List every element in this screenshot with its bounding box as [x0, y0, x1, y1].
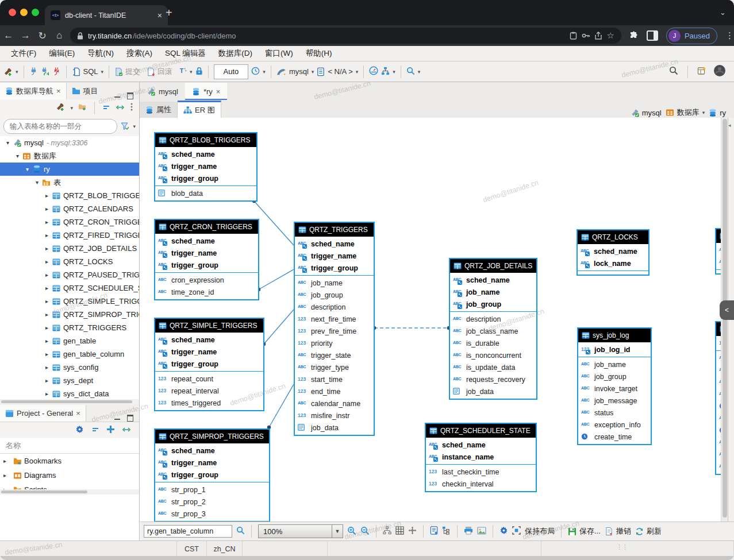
entity-column-end-time[interactable]: 123end_time — [295, 385, 374, 397]
new-connection-dropdown-icon[interactable]: ▾ — [16, 69, 18, 75]
expand-icon[interactable]: ▸ — [43, 391, 51, 397]
diagram-search-icon[interactable] — [236, 526, 245, 536]
side-panel-icon[interactable] — [647, 30, 658, 41]
breadcrumb-item-mysql[interactable]: mysql — [631, 109, 662, 117]
palette-arrow-icon[interactable]: ◂ — [728, 122, 731, 128]
filter-dropdown-icon[interactable]: ▾ — [133, 123, 136, 129]
entity-column-sched-name[interactable]: ABCsched_name — [578, 245, 648, 257]
lock-toolbar-button[interactable] — [195, 67, 203, 77]
entity-column-is-nonconcurrent[interactable]: ABCis_nonconcurrent — [450, 349, 536, 361]
network-dropdown-icon[interactable]: ▾ — [393, 69, 395, 75]
entity-qrtz-locks[interactable]: QRTZ_LOCKSABCsched_nameABClock_name — [577, 229, 650, 276]
entity-qrtz-scheduler-state[interactable]: QRTZ_SCHEDULER_STATEABCsched_nameABCinst… — [425, 423, 537, 492]
close-icon[interactable]: × — [76, 409, 80, 418]
entity-column-str-prop-3[interactable]: ABCstr_prop_3 — [155, 508, 269, 520]
entity-column-sched-name[interactable]: ABCsched_name — [155, 148, 256, 160]
entity-column-sched-name[interactable]: ABCsched_name — [295, 238, 374, 250]
entity-header[interactable]: QRTZ_TRIGGERS — [295, 223, 374, 237]
collapse-icon[interactable]: ▾ — [13, 153, 22, 159]
menu-item-d[interactable]: 数据库(D) — [212, 48, 259, 59]
sql-dropdown-icon[interactable]: ▾ — [101, 69, 104, 75]
entity-column-create-time[interactable]: create_time — [578, 431, 651, 443]
tree-item-item[interactable]: ▾表 — [0, 176, 139, 189]
network-button[interactable] — [381, 67, 390, 77]
diagram-settings-button[interactable] — [499, 526, 508, 536]
editor-tab-mysql[interactable]: mysql — [140, 83, 185, 100]
expand-icon[interactable]: ▸ — [43, 206, 51, 212]
link-editor-button[interactable] — [116, 103, 125, 113]
reconnect-button[interactable] — [41, 67, 49, 77]
entity-column-start-time[interactable]: 123start_time — [295, 373, 374, 385]
tree-item-qrtz-simprop-triggers[interactable]: ▸QRTZ_SIMPROP_TRIGGERS — [0, 308, 139, 321]
expand-icon[interactable]: ▸ — [43, 272, 51, 278]
entity-column-sched-name[interactable]: ABCsched_name — [426, 439, 536, 451]
expand-icon[interactable]: ▸ — [43, 377, 51, 384]
search-blue-button[interactable] — [406, 67, 415, 77]
tree-item-qrtz-paused-triggers[interactable]: ▸QRTZ_PAUSED_TRIGGERS — [0, 268, 139, 281]
close-icon[interactable]: × — [216, 87, 221, 96]
browser-menu-icon[interactable]: ⋮ — [725, 30, 734, 41]
entity-column-trigger-name[interactable]: ABCtrigger_name — [295, 250, 374, 262]
rollback-button[interactable]: 回滚 — [147, 67, 172, 77]
keep-layout-label[interactable]: 保持布局 — [525, 526, 555, 536]
save-diagram-button[interactable]: 保存... — [568, 526, 601, 536]
menu-item-n[interactable]: 导航(N) — [81, 48, 120, 59]
traffic-light-close[interactable] — [9, 9, 16, 16]
entity-column-trigger-group[interactable]: ABCtrigger_group — [155, 358, 263, 370]
entity-column-sched-name[interactable]: ABCsched_name — [155, 445, 269, 457]
connect-button[interactable] — [29, 67, 38, 77]
entity-qrtz-job-details[interactable]: QRTZ_JOB_DETAILSABCsched_nameABCjob_name… — [449, 258, 537, 400]
print-button[interactable] — [464, 526, 473, 536]
transaction-dropdown-icon[interactable]: ▾ — [190, 69, 193, 75]
view-structure-button[interactable] — [442, 526, 451, 536]
expand-icon[interactable]: ▸ — [43, 338, 51, 344]
url-bar[interactable]: try.titanide.cn/ide/web/coding/db-client… — [70, 28, 621, 44]
entity-column-trigger-group[interactable]: ABCtrigger_group — [155, 172, 256, 184]
connection-dropdown-icon[interactable]: ▾ — [312, 69, 314, 75]
entity-column-cron-expression[interactable]: ABCcron_expression — [155, 274, 258, 286]
close-icon[interactable]: × — [56, 87, 61, 95]
collapse-icon[interactable]: ▾ — [23, 166, 32, 172]
zoom-combo-dropdown-icon[interactable]: ▼ — [332, 525, 343, 538]
bookmark-star-icon[interactable]: ☆ — [606, 30, 614, 41]
entity-qrtz-cron-triggers[interactable]: QRTZ_CRON_TRIGGERSABCsched_nameABCtrigge… — [154, 219, 259, 300]
entity-qrtz-simprop-triggers[interactable]: QRTZ_SIMPROP_TRIGGERSABCsched_nameABCtri… — [154, 428, 270, 522]
entity-column-trigger-group[interactable]: ABCtrigger_group — [155, 469, 269, 481]
minimize-icon[interactable] — [114, 417, 120, 420]
menu-item-f[interactable]: 文件(F) — [5, 48, 43, 59]
editor-subtab-er[interactable]: ER 图 — [178, 101, 221, 118]
entity-header[interactable]: QRTZ_CRON_TRIGGERS — [155, 220, 258, 234]
entity-column-instance-name[interactable]: ABCinstance_name — [426, 451, 536, 463]
tab-database-navigator[interactable]: 数据库导航× — [0, 83, 67, 99]
entity-column-time-zone-id[interactable]: ABCtime_zone_id — [155, 286, 258, 298]
entity-qrtz-triggers[interactable]: QRTZ_TRIGGERSABCsched_nameABCtrigger_nam… — [294, 222, 375, 436]
new-connection-button[interactable] — [56, 102, 65, 114]
project-item-bookmarks[interactable]: ▸Bookmarks — [0, 454, 139, 468]
entity-column-str-prop-2[interactable]: ABCstr_prop_2 — [155, 496, 269, 508]
view-menu-button[interactable] — [130, 103, 133, 113]
entity-column-calendar-name[interactable]: ABCcalendar_name — [295, 397, 374, 410]
breadcrumb-dropdown-icon[interactable]: ▾ — [702, 110, 705, 115]
browser-tab[interactable]: <t> db-client - TitanIDE × — [45, 5, 168, 25]
table-filter-input[interactable] — [3, 119, 117, 134]
share-icon[interactable] — [595, 32, 602, 40]
entity-header[interactable]: QRTZ_SIMPLE_TRIGGERS — [155, 319, 263, 333]
tree-item-gen-table[interactable]: ▸gen_table — [0, 334, 139, 347]
entity-header[interactable]: QRTZ_BLOB_TRIGGERS — [155, 133, 256, 147]
reload-button[interactable]: ↻ — [34, 30, 51, 42]
expand-icon[interactable]: ▸ — [3, 458, 11, 464]
link-editor-button[interactable] — [122, 425, 131, 435]
expand-icon[interactable]: ▸ — [3, 472, 11, 478]
collapse-icon[interactable]: ▾ — [33, 179, 41, 186]
undo-button[interactable]: 撤销 — [605, 526, 631, 536]
expand-all-button[interactable] — [107, 425, 114, 435]
new-view-button[interactable] — [697, 66, 706, 77]
home-button[interactable]: ⌂ — [51, 30, 67, 41]
entity-header[interactable]: QRTZ_SCHEDULER_STATE — [426, 424, 536, 438]
zoom-in-button[interactable] — [347, 526, 356, 537]
connection-selector[interactable]: mysql — [289, 67, 309, 76]
entity-column-job-data[interactable]: job_data — [450, 385, 536, 397]
maximize-icon[interactable] — [127, 92, 133, 99]
key-icon[interactable] — [582, 33, 590, 38]
perspective-button[interactable] — [713, 64, 726, 79]
